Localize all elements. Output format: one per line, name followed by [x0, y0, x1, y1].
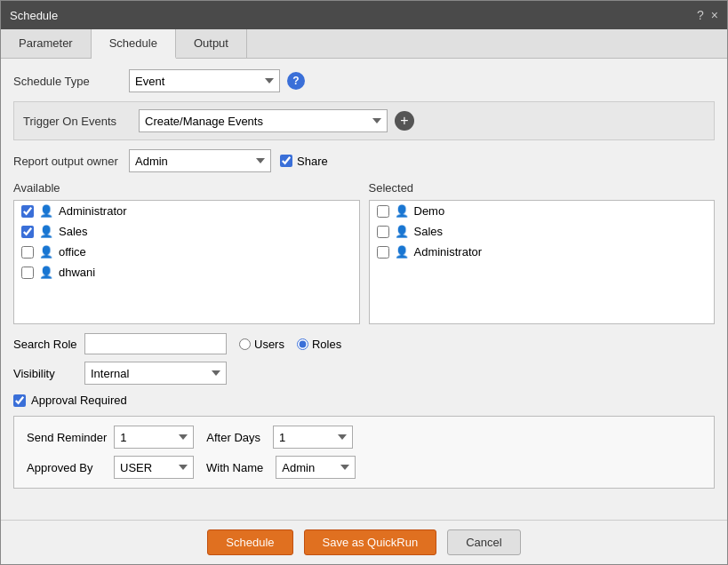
share-label: Share: [297, 155, 328, 168]
search-role-row: Search Role Users Roles: [13, 333, 715, 354]
tab-schedule[interactable]: Schedule: [92, 29, 176, 59]
dual-list-container: Available 👤 Administrator 👤 Sales �: [13, 181, 715, 324]
schedule-dialog: Schedule ? × Parameter Schedule Output S…: [0, 0, 728, 565]
approved-by-label: Approved By: [27, 461, 107, 474]
report-owner-label: Report output owner: [13, 155, 129, 168]
user-icon: 👤: [39, 245, 53, 259]
list-item: 👤 Demo: [370, 201, 715, 221]
user-icon: 👤: [395, 245, 409, 259]
approved-by-select[interactable]: USER ADMIN MANAGER: [114, 456, 194, 479]
after-days-select[interactable]: 1 2 3: [273, 426, 353, 449]
search-role-label: Search Role: [13, 338, 84, 351]
available-administrator-checkbox[interactable]: [21, 205, 34, 218]
send-reminder-select[interactable]: 1 2 3: [114, 426, 194, 449]
footer: Schedule Save as QuickRun Cancel: [1, 520, 727, 564]
trigger-events-form-row: Trigger On Events Create/Manage Events O…: [23, 109, 705, 132]
visibility-row: Visibility Internal External All: [13, 362, 715, 385]
available-dhwani-checkbox[interactable]: [21, 267, 34, 279]
approved-by-row: Approved By USER ADMIN MANAGER With Name…: [27, 456, 701, 479]
schedule-type-select[interactable]: Event Daily Weekly Monthly: [129, 69, 280, 92]
user-icon: 👤: [395, 204, 409, 218]
tab-output[interactable]: Output: [176, 29, 247, 58]
trigger-events-row: Trigger On Events Create/Manage Events O…: [13, 101, 715, 140]
user-icon: 👤: [39, 225, 53, 238]
schedule-type-help-icon[interactable]: ?: [287, 72, 305, 90]
radio-roles-input[interactable]: [297, 338, 308, 350]
add-trigger-icon[interactable]: +: [395, 111, 414, 131]
approval-required-label: Approval Required: [31, 394, 127, 407]
list-item: 👤 Sales: [370, 221, 715, 242]
user-icon: 👤: [39, 266, 53, 279]
search-role-input[interactable]: [84, 333, 227, 354]
list-item: 👤 Sales: [14, 221, 359, 242]
available-header: Available: [13, 181, 360, 195]
send-reminder-label: Send Reminder: [27, 431, 107, 444]
available-item-dhwani: dhwani: [59, 266, 95, 279]
radio-users-label: Users: [254, 338, 284, 351]
available-list: 👤 Administrator 👤 Sales 👤 office: [13, 200, 360, 324]
selected-sales-checkbox[interactable]: [377, 226, 389, 238]
radio-users: Users: [239, 338, 284, 351]
available-office-checkbox[interactable]: [21, 246, 34, 259]
trigger-events-label: Trigger On Events: [23, 115, 139, 128]
content-area: Schedule Type Event Daily Weekly Monthly…: [1, 59, 727, 520]
approval-required-checkbox[interactable]: [13, 394, 26, 407]
radio-roles-label: Roles: [312, 338, 341, 351]
visibility-label: Visibility: [13, 367, 84, 380]
selected-panel: Selected 👤 Demo 👤 Sales 👤: [369, 181, 716, 324]
radio-roles: Roles: [297, 338, 341, 351]
user-icon: 👤: [395, 225, 409, 238]
list-item: 👤 dhwani: [14, 262, 359, 282]
radio-users-input[interactable]: [239, 338, 251, 350]
schedule-button[interactable]: Schedule: [207, 529, 292, 555]
visibility-select[interactable]: Internal External All: [84, 362, 227, 385]
selected-item-demo: Demo: [414, 204, 445, 218]
list-item: 👤 office: [14, 242, 359, 262]
save-quickrun-button[interactable]: Save as QuickRun: [304, 529, 437, 555]
selected-list: 👤 Demo 👤 Sales 👤 Administrator: [369, 200, 716, 324]
available-item-sales: Sales: [59, 225, 88, 238]
selected-administrator-checkbox[interactable]: [377, 246, 389, 259]
approval-required-row: Approval Required: [13, 394, 715, 407]
list-item: 👤 Administrator: [370, 242, 715, 262]
available-item-administrator: Administrator: [59, 204, 127, 218]
radio-group: Users Roles: [239, 338, 341, 351]
available-panel: Available 👤 Administrator 👤 Sales �: [13, 181, 360, 324]
share-checkbox[interactable]: [280, 155, 292, 167]
report-owner-row: Report output owner Admin User1 User2 Sh…: [13, 149, 715, 172]
approval-box: Send Reminder 1 2 3 After Days 1 2 3 App…: [13, 416, 715, 489]
share-container: Share: [280, 155, 328, 168]
report-owner-select[interactable]: Admin User1 User2: [129, 149, 271, 172]
available-sales-checkbox[interactable]: [21, 226, 34, 238]
with-name-select[interactable]: Admin User1 User2: [276, 456, 356, 479]
close-icon[interactable]: ×: [711, 9, 718, 21]
title-bar: Schedule ? ×: [1, 1, 727, 29]
list-item: 👤 Administrator: [14, 201, 359, 221]
selected-item-sales: Sales: [414, 225, 444, 238]
send-reminder-row: Send Reminder 1 2 3 After Days 1 2 3: [27, 426, 701, 449]
dialog-title: Schedule: [10, 9, 58, 22]
selected-demo-checkbox[interactable]: [377, 205, 389, 218]
after-days-label: After Days: [206, 431, 260, 444]
schedule-type-label: Schedule Type: [13, 75, 129, 88]
with-name-label: With Name: [206, 461, 263, 474]
cancel-button[interactable]: Cancel: [447, 529, 520, 555]
help-icon[interactable]: ?: [697, 9, 704, 21]
available-item-office: office: [59, 245, 86, 259]
tab-parameter[interactable]: Parameter: [1, 29, 92, 58]
trigger-events-select[interactable]: Create/Manage Events Other Event: [139, 109, 388, 132]
user-icon: 👤: [39, 204, 53, 218]
tabs-bar: Parameter Schedule Output: [1, 29, 727, 59]
schedule-type-row: Schedule Type Event Daily Weekly Monthly…: [13, 69, 715, 92]
title-bar-icons: ? ×: [697, 9, 718, 21]
selected-item-administrator: Administrator: [414, 245, 483, 259]
selected-header: Selected: [369, 181, 716, 195]
